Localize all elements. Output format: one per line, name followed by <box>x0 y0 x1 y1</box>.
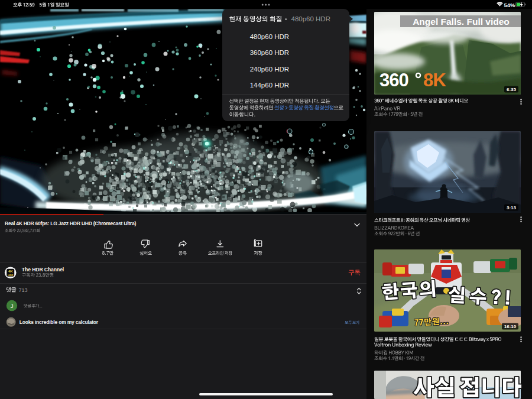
svg-text:Looks incredible om my calcula: Looks incredible om my calculator <box>20 319 99 325</box>
svg-text:480p60 HDR: 480p60 HDR <box>250 33 289 40</box>
svg-text:240p60 HDR: 240p60 HDR <box>250 66 289 73</box>
svg-text:The HDR Channel: The HDR Channel <box>22 267 64 273</box>
svg-text:713: 713 <box>19 287 28 293</box>
svg-text:54%: 54% <box>504 2 516 8</box>
svg-text:480p60 HDR: 480p60 HDR <box>291 15 330 22</box>
svg-text:HDR: HDR <box>8 274 14 277</box>
svg-text:144p60 HDR: 144p60 HDR <box>250 82 289 89</box>
svg-text:360p60 HDR: 360p60 HDR <box>250 49 289 56</box>
svg-text:J: J <box>11 303 14 309</box>
svg-text:Real 4K HDR 60fps: LG Jazz HDR: Real 4K HDR 60fps: LG Jazz HDR UHD (Chro… <box>5 220 136 226</box>
svg-text:4K: 4K <box>8 269 13 273</box>
